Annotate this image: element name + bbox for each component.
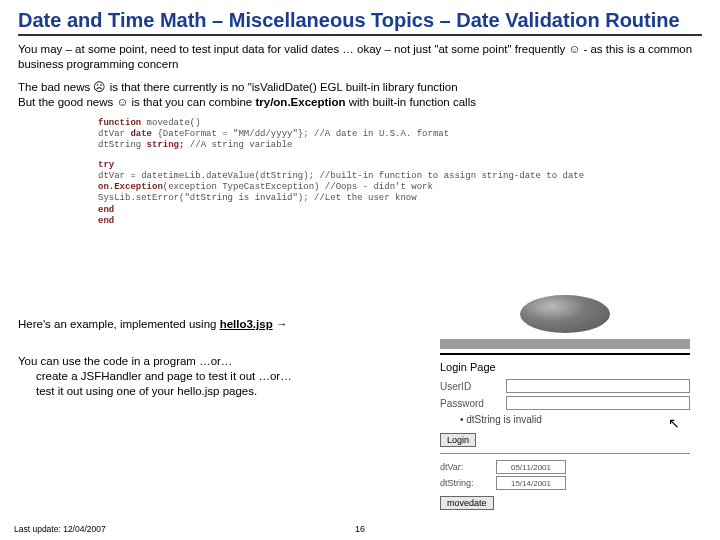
text: The bad news (18, 81, 93, 93)
paragraph-3: But the good news ☺ is that you can comb… (18, 95, 702, 110)
comment: //A string variable (184, 140, 292, 150)
kw: function (98, 118, 141, 128)
userid-row: UserID (440, 379, 690, 393)
dtvar-row: dtVar: 05/11/2001 (440, 460, 690, 474)
code: dtString (98, 140, 141, 150)
usage-line-3: test it out using one of your hello.jsp … (36, 384, 418, 399)
text: You may – at some point, need to test in… (18, 43, 568, 55)
dtvar-label: dtVar: (440, 462, 490, 472)
code-snippet: function movedate() dtVar date {DateForm… (98, 118, 682, 227)
text: is that you can combine (128, 96, 255, 108)
kw: string; (141, 140, 184, 150)
usage-line-2: create a JSFHandler and page to test it … (36, 369, 418, 384)
page-number: 16 (355, 524, 365, 534)
movedate-button[interactable]: movedate (440, 496, 494, 510)
text: is that there currently is no "isValidDa… (106, 81, 457, 93)
smiley-icon: ☺ (116, 96, 128, 108)
link-text: hello3.jsp (220, 318, 273, 330)
login-title: Login Page (440, 361, 690, 373)
password-input[interactable] (506, 396, 690, 410)
divider (440, 453, 690, 454)
text: with built-in function calls (346, 96, 476, 108)
dtstring-label: dtString: (440, 478, 490, 488)
text: Here's an example, implemented using (18, 318, 220, 330)
paragraph-2: The bad news ☹ is that there currently i… (18, 80, 702, 95)
comment: //A date in U.S.A. format (309, 129, 449, 139)
cursor-icon: ↖ (668, 415, 680, 431)
code: SysLib.setError("dtString is invalid"); … (98, 193, 417, 203)
login-button[interactable]: Login (440, 433, 476, 447)
dtstring-value: 15/14/2001 (496, 476, 566, 490)
kw: end (98, 205, 114, 215)
example-line: Here's an example, implemented using hel… (18, 317, 418, 332)
header-bar (440, 339, 690, 349)
code: movedate() (141, 118, 200, 128)
kw: try (98, 160, 114, 170)
last-update: Last update: 12/04/2007 (14, 524, 106, 534)
code: dtVar = datetimeLib.dateValue(dtString);… (98, 171, 584, 181)
paragraph-1: You may – at some point, need to test in… (18, 42, 702, 72)
dtvar-value: 05/11/2001 (496, 460, 566, 474)
password-row: Password (440, 396, 690, 410)
inline-code: try/on.Exception (255, 96, 345, 108)
arrow-icon: → (273, 318, 288, 330)
code: (exception TypeCastException) //Oops - d… (163, 182, 433, 192)
userid-label: UserID (440, 381, 500, 392)
smiley-icon: ☺ (568, 43, 580, 55)
kw: date (125, 129, 152, 139)
slide-title: Date and Time Math – Miscellaneous Topic… (18, 8, 702, 36)
kw: end (98, 216, 114, 226)
login-preview: Login Page UserID Password • dtString is… (440, 295, 690, 510)
code: {DateFormat = "MM/dd/yyyy"}; (152, 129, 309, 139)
usage-line-1: You can use the code in a program …or… (18, 354, 418, 369)
frown-icon: ☹ (93, 81, 106, 93)
dtstring-row: dtString: 15/14/2001 (440, 476, 690, 490)
text: But the good news (18, 96, 116, 108)
userid-input[interactable] (506, 379, 690, 393)
logo-oval (520, 295, 610, 333)
error-message: • dtString is invalid (460, 414, 690, 425)
password-label: Password (440, 398, 500, 409)
divider (440, 353, 690, 355)
kw: on.Exception (98, 182, 163, 192)
code: dtVar (98, 129, 125, 139)
